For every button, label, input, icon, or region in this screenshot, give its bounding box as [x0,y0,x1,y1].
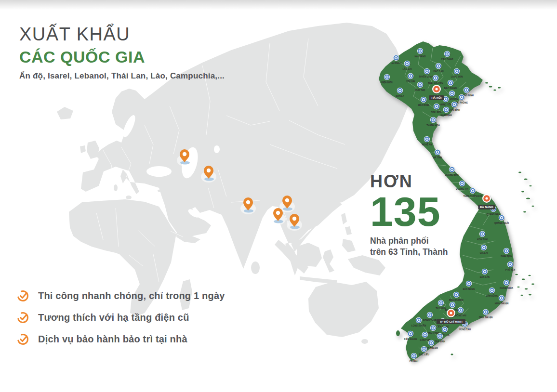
province-label: THÁI NGUYÊN [428,81,443,85]
province-label: THANH HÓA [426,123,440,127]
feature-label: Tương thích với hạ tầng điện cũ [38,312,189,323]
feature-list: Thi công nhanh chóng, chỉ trong 1 ngày T… [16,289,225,354]
check-circle-icon [16,333,29,346]
province-label: LAI CHÂU [391,62,402,65]
province-label: KON TUM [477,238,488,241]
province-label: ĐỒNG NAI [455,314,466,317]
province-label: THỪA THIÊN HUẾ [463,194,482,197]
province-label: YÊN BÁI [406,79,415,83]
province-label: QUẢNG TRỊ [456,187,468,190]
feature-item: Dịch vụ bảo hành bảo trì tại nhà [16,333,225,346]
feature-label: Dịch vụ bảo hành bảo trì tại nhà [38,334,187,345]
province-label: BẮC CẠN [433,69,444,73]
province-label: LÀO CAI [403,67,412,70]
province-label: HÀ GIANG [415,55,426,58]
province-label: BẠC LIÊU [419,353,429,356]
province-label: GIA LAI [480,252,488,254]
province-label: TRÀ VINH [435,340,445,343]
check-circle-icon [16,311,29,324]
province-label: SƠN LA [396,95,404,97]
province-label: CAO BẰNG [441,57,453,61]
province-label: THÁI BÌNH [449,108,460,111]
province-label: HÒA BÌNH [418,103,429,106]
infographic-canvas: LAI CHÂULÀO CAIHÀ GIANGCAO BẰNGĐIỆN BIÊN… [0,0,557,392]
province-label: LÂM ĐỒNG [486,294,498,297]
province-label: BẮC GIANG [444,86,457,90]
province-label: ĐẮK LẮK [480,275,490,278]
province-label: QUẢNG NAM [487,213,501,216]
province-label: QUẢNG NGÃI [494,222,509,224]
province-label: BÌNH ĐỊNH [501,254,512,258]
province-label: LONG XUYÊN [411,324,426,327]
stats-caption: Nhà phân phối trên 63 Tỉnh, Thành [370,235,448,258]
feature-item: Thi công nhanh chóng, chỉ trong 1 ngày [16,289,225,302]
stats-caption-line1: Nhà phân phối [370,235,448,247]
major-city-label: TP HỒ CHÍ MINH [439,320,462,323]
province-label: HƯNG YÊN [440,103,452,106]
province-label: ĐIỆN BIÊN [381,80,393,84]
feature-label: Thi công nhanh chóng, chỉ trong 1 ngày [38,290,225,301]
page-title: XUẤT KHẨU [19,24,225,45]
province-label: LẠNG SƠN [451,76,463,78]
province-label: ĐỒNG THÁP [423,319,437,322]
province-label: NGHỆ AN [422,143,432,146]
province-label: BÌNH THUẬN [479,315,493,319]
province-label: CÀ MAU [410,360,419,363]
province-label: NINH BÌNH [431,110,442,113]
province-label: KIÊN GIANG [404,337,417,340]
province-label: NINH THUẬN [495,302,509,305]
major-city-label: ĐÀ NẴNG [480,206,493,209]
province-label: CẦN THƠ [420,339,430,341]
feature-item: Tương thích với hạ tầng điện cũ [16,311,225,324]
province-label: PHÚ THỌ [415,89,425,91]
export-countries-list: Ấn độ, Isarel, Lebanol, Thái Lan, Lào, C… [19,71,225,81]
province-label: KHÁNH HÒA [500,286,514,289]
distributor-stats: HƠN 135 Nhà phân phối trên 63 Tỉnh, Thàn… [370,171,448,258]
header-block: XUẤT KHẨU CÁC QUỐC GIA Ấn độ, Isarel, Le… [19,24,225,81]
province-label: NAM ĐỊNH [441,114,452,117]
province-label: ĐẮK NÔNG [463,287,475,290]
page-subtitle: CÁC QUỐC GIA [19,48,225,66]
province-label: BÌNH PHƯỚC [449,298,464,301]
check-circle-icon [16,289,29,302]
stats-caption-line2: trên 63 Tỉnh, Thành [370,247,448,258]
province-label: VĨNH LONG [427,332,439,335]
province-label: PHÚ YÊN [505,268,516,271]
province-label: HÀ TĨNH [433,156,442,159]
province-label: VŨNG TÀU [459,328,471,331]
stats-number: 135 [370,193,448,231]
major-city-label: HÀ NỘI [432,96,442,99]
